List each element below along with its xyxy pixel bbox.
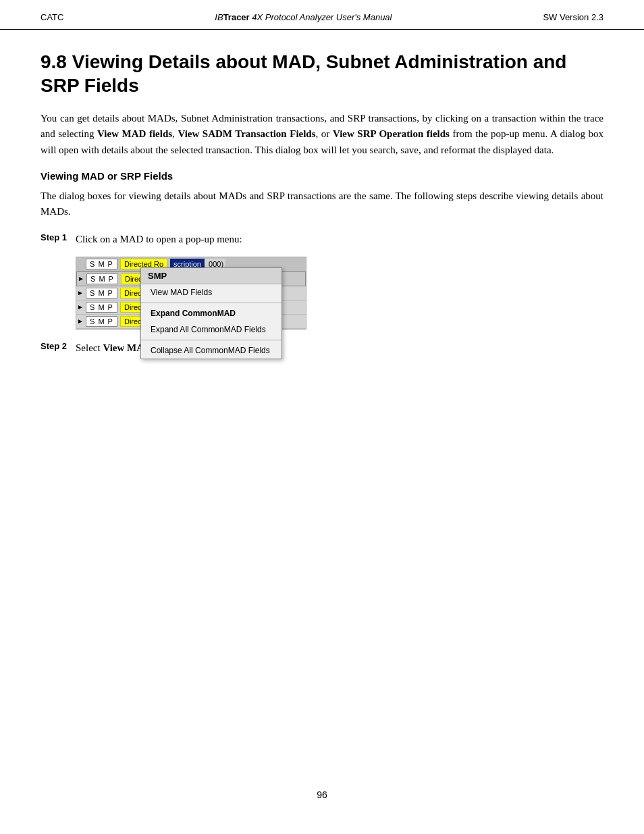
- popup-screenshot: S M P Directed Ro scription 000) ► S M P…: [76, 257, 306, 330]
- menu-item-collapse-all[interactable]: Collapse All CommonMAD Fields: [141, 342, 281, 359]
- page-number: 96: [317, 789, 327, 800]
- screenshot-area: S M P Directed Ro scription 000) ► S M P…: [76, 257, 603, 330]
- section-number: 9.8: [41, 51, 67, 72]
- cell-smp: S M P: [86, 273, 118, 284]
- intro-bold-1: View MAD fields: [97, 128, 172, 139]
- step-1-label: Step 1: [41, 232, 76, 242]
- header-center: IBTracer 4X Protocol Analyzer User's Man…: [215, 12, 392, 22]
- cell-smp: S M P: [86, 302, 117, 313]
- intro-paragraph: You can get details about MADs, Subnet A…: [41, 111, 603, 158]
- cell-smp: S M P: [86, 288, 117, 298]
- step-2-prefix: Select: [76, 342, 103, 353]
- page-footer: 96: [0, 776, 644, 814]
- section-heading: Viewing Details about MAD, Subnet Admini…: [41, 51, 566, 96]
- header-tracer: Tracer: [223, 12, 250, 22]
- header-right: SW Version 2.3: [543, 12, 603, 22]
- section-title: 9.8 Viewing Details about MAD, Subnet Ad…: [41, 50, 603, 97]
- row-arrow: ►: [77, 272, 85, 286]
- menu-item-view-mad[interactable]: View MAD Fields: [141, 284, 281, 301]
- subsection-paragraph: The dialog boxes for viewing details abo…: [41, 188, 603, 220]
- step-2: Step 2 Select View MAD Fields.: [41, 340, 603, 356]
- page-header: CATC IBTracer 4X Protocol Analyzer User'…: [0, 0, 644, 30]
- header-suffix: 4X Protocol Analyzer User's Manual: [250, 12, 392, 22]
- menu-separator: [141, 303, 281, 303]
- menu-header: SMP: [141, 268, 281, 284]
- row-arrow: [76, 257, 84, 271]
- menu-separator-2: [141, 340, 281, 340]
- cell-smp: S M P: [86, 259, 117, 269]
- subsection-text: The dialog boxes for viewing details abo…: [41, 190, 603, 217]
- menu-item-expand-all[interactable]: Expand All CommonMAD Fields: [141, 321, 281, 338]
- subsection-title: Viewing MAD or SRP Fields: [41, 170, 603, 182]
- menu-bold-expand: Expand CommonMAD: [141, 305, 281, 321]
- intro-bold-3: View SRP Operation fields: [333, 128, 450, 139]
- intro-bold-2: View SADM Transaction Fields: [178, 128, 315, 139]
- header-ib: IB: [215, 12, 223, 22]
- row-arrow: ►: [76, 286, 84, 300]
- page-content: 9.8 Viewing Details about MAD, Subnet Ad…: [0, 30, 644, 392]
- step-1: Step 1 Click on a MAD to open a pop-up m…: [41, 232, 603, 247]
- header-left: CATC: [41, 12, 63, 22]
- intro-mid-2: , or: [316, 128, 333, 139]
- row-arrow: ►: [76, 301, 84, 314]
- step-2-label: Step 2: [41, 340, 76, 351]
- cell-smp: S M P: [86, 316, 117, 327]
- row-arrow: ►: [76, 315, 84, 328]
- context-menu: SMP View MAD Fields Expand CommonMAD Exp…: [140, 267, 282, 359]
- step-1-text: Click on a MAD to open a pop-up menu:: [76, 232, 242, 247]
